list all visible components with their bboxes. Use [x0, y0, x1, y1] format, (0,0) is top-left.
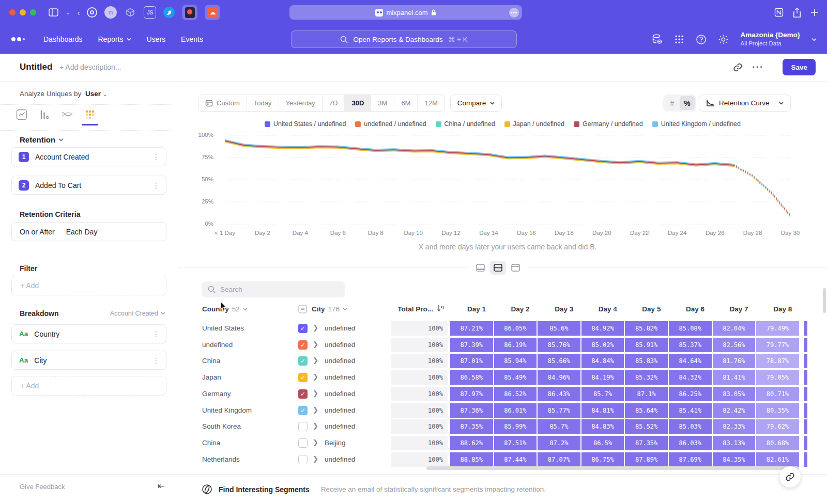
row-expand-icon[interactable]: ❯: [313, 373, 318, 381]
row-expand-icon[interactable]: ❯: [313, 455, 318, 463]
retention-step-a[interactable]: 1 Account Created ⋮: [11, 147, 166, 166]
retention-value-cell[interactable]: 85.76%: [538, 338, 580, 352]
help-icon[interactable]: [696, 34, 707, 45]
legend-item[interactable]: Germany / undefined: [574, 120, 643, 128]
retention-value-cell[interactable]: 85.64%: [625, 403, 668, 418]
row-checkbox-checked[interactable]: ✓: [298, 324, 308, 333]
retention-value-cell[interactable]: 85.03%: [669, 419, 712, 434]
day-column-header[interactable]: Day 1: [450, 305, 493, 313]
horizontal-scrollbar[interactable]: [426, 466, 799, 470]
zoom-window-button[interactable]: [30, 9, 36, 15]
row-expand-icon[interactable]: ❯: [313, 340, 318, 348]
select-all-checkbox[interactable]: [298, 305, 307, 313]
sort-icon[interactable]: [436, 304, 445, 312]
retention-value-cell[interactable]: 85.37%: [669, 338, 712, 352]
criteria-each-day[interactable]: Each Day: [66, 228, 98, 236]
legend-item[interactable]: undefined / undefined: [355, 120, 426, 128]
row-expand-icon[interactable]: ❯: [313, 389, 318, 397]
retention-value-cell[interactable]: 85.41%: [669, 403, 712, 418]
extension-icon-js[interactable]: JS: [144, 6, 156, 19]
breakdown-property[interactable]: Country: [34, 330, 59, 338]
view-table-icon[interactable]: [508, 261, 524, 275]
day-column-header[interactable]: Day 5: [625, 305, 668, 313]
chart-type-dropdown[interactable]: Retention Curve: [699, 94, 791, 112]
row-checkbox-unchecked[interactable]: [298, 438, 308, 448]
table-search[interactable]: [202, 281, 345, 297]
kebab-menu-icon[interactable]: ⋮: [152, 181, 160, 190]
absolute-numbers-toggle[interactable]: #: [665, 96, 680, 110]
sidebar-toggle-icon[interactable]: [49, 8, 58, 17]
retention-section-header[interactable]: Retention: [20, 135, 64, 144]
retention-value-cell[interactable]: 80.35%: [756, 403, 799, 418]
retention-value-cell[interactable]: 85.94%: [494, 354, 537, 368]
retention-value-cell[interactable]: 87.36%: [450, 403, 493, 418]
breakdown-add-button[interactable]: + Add: [11, 376, 166, 396]
percentage-toggle[interactable]: %: [680, 96, 695, 110]
range-3m[interactable]: 3M: [371, 95, 394, 111]
data-management-icon[interactable]: [651, 34, 663, 45]
retention-value-cell[interactable]: 87.35%: [625, 436, 668, 450]
retention-tab-icon[interactable]: [84, 108, 96, 121]
range-custom[interactable]: Custom: [198, 95, 247, 111]
retention-value-cell[interactable]: 85.66%: [538, 354, 580, 368]
retention-value-cell[interactable]: 79.05%: [756, 370, 799, 385]
retention-value-cell[interactable]: 85.99%: [494, 419, 537, 434]
retention-value-cell[interactable]: 85.52%: [625, 419, 668, 434]
retention-value-cell[interactable]: 83.13%: [713, 436, 756, 450]
retention-value-cell[interactable]: 87.1%: [625, 387, 668, 401]
apps-grid-icon[interactable]: [674, 34, 684, 44]
project-switcher[interactable]: Amazonia {Demo} All Project Data: [740, 31, 800, 47]
retention-value-cell[interactable]: 86.5%: [581, 436, 624, 450]
funnels-tab-icon[interactable]: [38, 108, 51, 121]
tab-chevron-icon[interactable]: ⌄: [66, 10, 70, 15]
retention-value-cell[interactable]: 85.02%: [581, 338, 624, 352]
retention-value-cell[interactable]: 87.21%: [450, 321, 493, 336]
retention-value-cell[interactable]: 87.07%: [538, 452, 580, 467]
global-search[interactable]: Open Reports & Dashboards ⌘ + K: [291, 30, 517, 48]
retention-value-cell[interactable]: 87.89%: [625, 452, 668, 467]
new-tab-icon[interactable]: [810, 8, 819, 17]
filter-add-button[interactable]: + Add: [11, 276, 166, 295]
retention-value-cell[interactable]: 83.05%: [713, 387, 756, 401]
range-7d[interactable]: 7D: [323, 95, 345, 111]
row-checkbox-checked[interactable]: ✓: [298, 373, 308, 382]
step-event-name[interactable]: Account Created: [35, 153, 89, 161]
view-chart-icon[interactable]: [472, 261, 488, 275]
retention-value-cell[interactable]: 84.32%: [669, 370, 712, 385]
country-column-header[interactable]: Country52: [202, 305, 248, 313]
breakdown-city[interactable]: Aa City ⋮: [11, 351, 166, 370]
retention-value-cell[interactable]: 85.82%: [625, 321, 668, 336]
nav-events[interactable]: Events: [181, 35, 203, 43]
retention-value-cell[interactable]: 85.83%: [625, 354, 668, 368]
range-12m[interactable]: 12M: [418, 95, 444, 111]
retention-value-cell[interactable]: 87.2%: [538, 436, 580, 450]
legend-item[interactable]: China / undefined: [436, 120, 495, 128]
extension-icon-3[interactable]: [124, 6, 136, 19]
legend-item[interactable]: United States / undefined: [265, 120, 346, 128]
day-column-header[interactable]: Day 3: [538, 305, 580, 313]
retention-value-cell[interactable]: 86.01%: [494, 403, 537, 418]
share-icon[interactable]: [793, 8, 801, 18]
day-column-header[interactable]: Day 4: [581, 305, 624, 313]
address-bar[interactable]: mixpanel.com •••: [289, 5, 522, 20]
extension-icon-2[interactable]: m: [104, 6, 117, 19]
city-column-header[interactable]: City176: [312, 305, 347, 313]
retention-value-cell[interactable]: 87.97%: [450, 387, 493, 401]
retention-value-cell[interactable]: 79.77%: [756, 338, 799, 352]
kebab-menu-icon[interactable]: ⋮: [152, 153, 160, 161]
compare-button[interactable]: Compare: [450, 94, 502, 112]
retention-value-cell[interactable]: 79.49%: [756, 321, 799, 336]
retention-value-cell[interactable]: 85.91%: [625, 338, 668, 352]
total-column-header[interactable]: Total Pro...: [364, 305, 433, 313]
kebab-menu-icon[interactable]: ⋮: [152, 356, 160, 365]
retention-value-cell[interactable]: 86.03%: [669, 436, 712, 450]
give-feedback-link[interactable]: Give Feedback: [20, 483, 65, 491]
retention-value-cell[interactable]: 78.87%: [756, 354, 799, 368]
retention-value-cell[interactable]: 85.32%: [625, 370, 668, 385]
retention-value-cell[interactable]: 84.35%: [713, 452, 756, 467]
row-expand-icon[interactable]: ❯: [313, 356, 318, 364]
retention-value-cell[interactable]: 85.49%: [494, 370, 537, 385]
row-checkbox-unchecked[interactable]: [298, 422, 308, 431]
retention-value-cell[interactable]: 84.84%: [581, 354, 624, 368]
analyze-value-dropdown[interactable]: User: [85, 90, 101, 98]
